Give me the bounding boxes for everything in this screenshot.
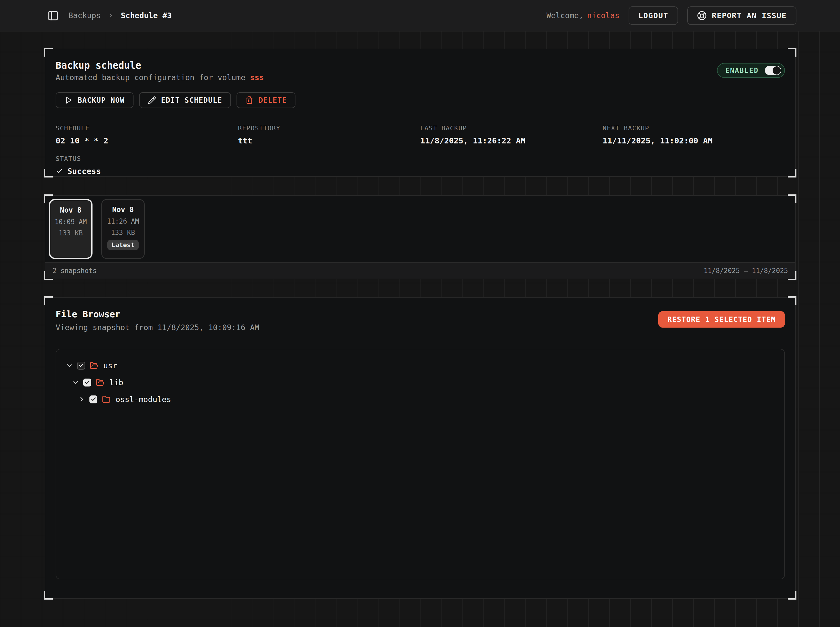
restore-selected-button[interactable]: RESTORE 1 SELECTED ITEM	[658, 311, 785, 328]
volume-name: sss	[250, 73, 264, 82]
tree-item-name[interactable]: ossl-modules	[115, 395, 171, 404]
corner-bracket	[788, 48, 796, 57]
snapshot-date: Nov 8	[112, 205, 134, 214]
corner-bracket	[788, 296, 796, 305]
welcome-text: Welcome,nicolas	[546, 11, 619, 20]
check-icon	[55, 167, 63, 175]
snapshot-size: 133 KB	[59, 229, 83, 237]
report-issue-button[interactable]: REPORT AN ISSUE	[687, 6, 796, 25]
backup-schedule-card: Backup schedule Automated backup configu…	[45, 49, 796, 177]
schedule-field: NEXT BACKUP 11/11/2025, 11:02:00 AM	[603, 124, 785, 145]
status-label: STATUS	[55, 155, 785, 162]
file-tree: usr lib ossl-mod	[55, 349, 785, 579]
corner-bracket	[44, 48, 53, 57]
field-label: SCHEDULE	[55, 124, 238, 132]
corner-bracket	[44, 271, 53, 280]
tree-checkbox[interactable]	[90, 395, 97, 403]
schedule-field: LAST BACKUP 11/8/2025, 11:26:22 AM	[420, 124, 603, 145]
latest-badge: Latest	[107, 240, 139, 250]
chevron-right-icon[interactable]	[78, 396, 85, 403]
topbar: Backups Schedule #3 Welcome,nicolas LOGO…	[0, 0, 840, 32]
field-label: LAST BACKUP	[420, 124, 603, 132]
pencil-icon	[148, 96, 156, 104]
tree-row[interactable]: lib	[66, 374, 775, 391]
field-value: 02 10 * * 2	[55, 136, 238, 145]
folder-open-icon	[96, 378, 104, 387]
breadcrumb-item-backups[interactable]: Backups	[68, 11, 101, 20]
field-label: REPOSITORY	[238, 124, 420, 132]
snapshot-size: 133 KB	[111, 229, 135, 236]
snapshot-list: Nov 8 10:09 AM 133 KB Nov 8 11:26 AM 133…	[45, 196, 795, 262]
corner-bracket	[44, 194, 53, 203]
backup-now-button[interactable]: BACKUP NOW	[55, 92, 134, 108]
chevron-right-icon	[107, 12, 114, 19]
schedule-field: REPOSITORY ttt	[238, 124, 420, 145]
field-value: ttt	[238, 136, 420, 145]
enabled-toggle[interactable]: ENABLED	[717, 63, 785, 78]
tree-row[interactable]: usr	[66, 357, 775, 374]
tree-row[interactable]: ossl-modules	[66, 391, 775, 408]
corner-bracket	[788, 591, 796, 600]
field-label: NEXT BACKUP	[603, 124, 785, 132]
breadcrumb: Backups Schedule #3	[68, 11, 172, 20]
snapshots-panel: Nov 8 10:09 AM 133 KB Nov 8 11:26 AM 133…	[45, 195, 796, 279]
folder-open-icon	[90, 361, 98, 370]
tree-checkbox[interactable]	[83, 378, 91, 386]
username: nicolas	[587, 11, 619, 20]
topbar-right: Welcome,nicolas LOGOUT REPORT AN ISSUE	[546, 6, 796, 25]
field-value: 11/8/2025, 11:26:22 AM	[420, 136, 603, 145]
corner-bracket	[788, 169, 796, 178]
schedule-field: SCHEDULE 02 10 * * 2	[55, 124, 238, 145]
schedule-subtitle: Automated backup configuration for volum…	[55, 73, 264, 82]
field-value: 11/11/2025, 11:02:00 AM	[603, 136, 785, 145]
schedule-fields: SCHEDULE 02 10 * * 2 REPOSITORY ttt LAST…	[55, 124, 785, 145]
corner-bracket	[44, 169, 53, 178]
tree-checkbox[interactable]	[77, 362, 85, 370]
tree-item-name[interactable]: usr	[103, 361, 117, 370]
snapshot-time: 10:09 AM	[55, 218, 87, 226]
status-block: STATUS Success	[55, 155, 785, 176]
logout-button[interactable]: LOGOUT	[628, 6, 678, 25]
file-browser-title: File Browser	[55, 309, 259, 320]
snapshot-footer: 2 snapshots 11/8/2025 – 11/8/2025	[45, 262, 795, 279]
corner-bracket	[44, 296, 53, 305]
toggle-switch[interactable]	[765, 66, 781, 75]
snapshot-card[interactable]: Nov 8 11:26 AM 133 KB Latest	[101, 199, 145, 259]
toggle-knob	[773, 66, 781, 74]
sidebar-toggle-button[interactable]	[47, 10, 59, 21]
corner-bracket	[44, 591, 53, 600]
chevron-down-icon[interactable]	[66, 362, 73, 369]
delete-button[interactable]: DELETE	[237, 92, 295, 108]
panel-left-icon	[47, 10, 59, 21]
file-browser-subtitle: Viewing snapshot from 11/8/2025, 10:09:1…	[55, 323, 259, 332]
snapshot-card[interactable]: Nov 8 10:09 AM 133 KB	[49, 199, 93, 259]
snapshot-time: 11:26 AM	[107, 217, 139, 225]
trash-icon	[245, 96, 253, 104]
edit-schedule-button[interactable]: EDIT SCHEDULE	[139, 92, 231, 108]
play-icon	[64, 96, 73, 104]
snapshot-date: Nov 8	[60, 206, 82, 214]
tree-item-name[interactable]: lib	[109, 378, 123, 387]
folder-icon	[102, 395, 111, 404]
status-value: Success	[55, 167, 785, 176]
schedule-title: Backup schedule	[55, 60, 264, 71]
life-buoy-icon	[697, 11, 707, 20]
breadcrumb-current: Schedule #3	[121, 11, 172, 20]
snapshot-date-range: 11/8/2025 – 11/8/2025	[704, 267, 788, 274]
snapshot-count: 2 snapshots	[52, 267, 96, 274]
enabled-label: ENABLED	[725, 66, 759, 74]
corner-bracket	[788, 194, 796, 203]
corner-bracket	[788, 271, 796, 280]
file-browser-panel: File Browser Viewing snapshot from 11/8/…	[45, 297, 796, 599]
chevron-down-icon[interactable]	[72, 379, 79, 386]
